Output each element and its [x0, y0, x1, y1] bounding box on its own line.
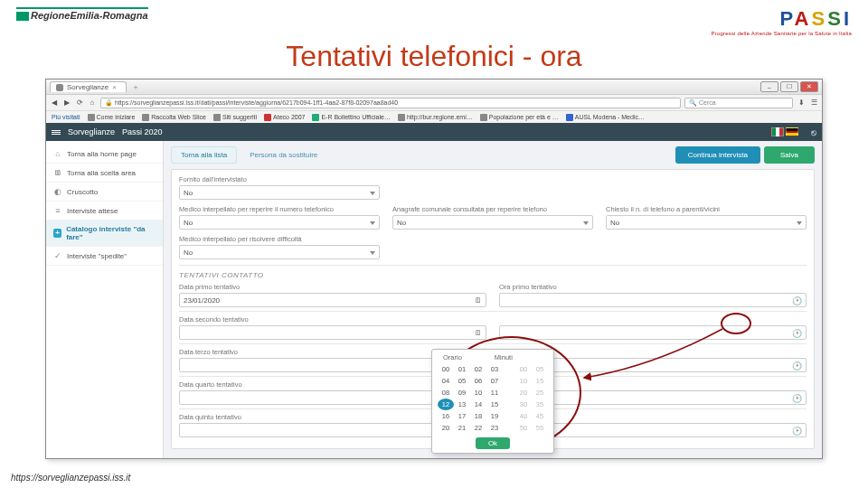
clock-icon[interactable]: 🕑 — [792, 427, 802, 436]
time-picker-minute-cell[interactable]: 25 — [532, 387, 548, 399]
time-picker-hour-cell[interactable]: 19 — [486, 410, 503, 422]
nav-forward-icon[interactable]: ▶ — [62, 99, 71, 108]
nav-back-icon[interactable]: ◀ — [50, 99, 59, 108]
time-picker-hour-cell[interactable]: 09 — [454, 387, 470, 399]
tab-title: Sorveglianze — [67, 83, 108, 91]
hamburger-icon[interactable] — [52, 130, 61, 135]
time-picker-hour-cell[interactable]: 17 — [454, 410, 470, 422]
time-picker-minute-cell[interactable]: 30 — [515, 399, 532, 410]
url-bar[interactable]: 🔒 https://sorveglianzepassi.iss.it/dati/… — [100, 98, 681, 108]
sidebar-item-area[interactable]: 🗎Torna alla scelta area — [46, 164, 163, 183]
continue-interview-button[interactable]: Continua intervista — [675, 146, 760, 164]
anagrafe-select[interactable]: No — [392, 215, 593, 230]
attempt-time-input[interactable]: 🕑 — [499, 293, 807, 307]
slide-title: Tentativi telefonici - ora — [0, 40, 868, 73]
time-picker-minute-cell[interactable]: 10 — [515, 375, 532, 387]
clock-icon[interactable]: 🕑 — [792, 329, 802, 338]
time-picker-hour-cell[interactable]: 16 — [438, 410, 454, 422]
time-picker-hour-cell[interactable]: 11 — [486, 387, 503, 399]
time-picker-minutes-grid: 000510152025303540455055 — [515, 363, 548, 434]
time-picker-hour-cell[interactable]: 07 — [486, 375, 503, 387]
bookmark-item[interactable]: Raccolta Web Slice — [142, 114, 206, 121]
home-icon: ⌂ — [53, 149, 62, 158]
clock-icon[interactable]: 🕑 — [792, 361, 802, 371]
download-icon[interactable]: ⬇ — [797, 99, 806, 108]
sidebar-item-sent[interactable]: ✓Interviste "spedite" — [46, 247, 163, 266]
bookmark-item[interactable]: Come iniziare — [88, 114, 136, 121]
calendar-icon[interactable]: 🗓 — [475, 296, 482, 305]
time-picker-hour-cell[interactable]: 08 — [438, 387, 454, 399]
clock-icon[interactable]: 🕑 — [792, 296, 802, 305]
time-picker-hour-cell[interactable]: 05 — [454, 375, 470, 387]
window-minimize-button[interactable]: – — [760, 81, 778, 92]
nav-home-icon[interactable]: ⌂ — [88, 99, 97, 108]
time-picker-hour-cell[interactable]: 20 — [438, 422, 454, 434]
browser-search-input[interactable]: 🔍Cerca — [684, 98, 793, 108]
clock-icon[interactable]: 🕑 — [792, 394, 802, 403]
time-picker-hour-cell[interactable]: 00 — [438, 363, 454, 375]
calendar-icon[interactable]: 🗓 — [475, 329, 482, 337]
medico-numero-select[interactable]: No — [179, 215, 380, 230]
bookmark-item[interactable]: Ateco 2007 — [264, 114, 305, 121]
time-picker-hour-cell[interactable]: 23 — [486, 422, 503, 434]
time-picker-hour-cell[interactable]: 02 — [470, 363, 486, 375]
time-picker-hour-cell[interactable]: 03 — [486, 363, 503, 375]
sidebar-item-dashboard[interactable]: ◐Cruscotto — [46, 183, 163, 202]
window-close-button[interactable]: ✕ — [800, 81, 818, 92]
sidebar-item-catalog[interactable]: +Catalogo interviste "da fare" — [46, 221, 163, 247]
sidebar-item-expected[interactable]: ≡Interviste attese — [46, 202, 163, 221]
logout-icon[interactable]: ⎋ — [811, 127, 816, 137]
replace-person-button[interactable]: Persona da sostituire — [241, 146, 326, 164]
time-picker-hour-cell[interactable]: 14 — [470, 399, 486, 410]
time-picker-hour-cell[interactable]: 21 — [454, 422, 470, 434]
flag-it-icon[interactable] — [771, 127, 784, 136]
chiesto-parenti-select[interactable]: No — [606, 215, 807, 230]
bookmark-item[interactable]: E-R Bollettino Ufficiale… — [312, 114, 391, 121]
flag-de-icon[interactable] — [786, 127, 798, 136]
tab-add-icon[interactable]: ＋ — [132, 82, 139, 92]
bookmark-item[interactable]: AUSL Modena - Medic… — [566, 114, 645, 121]
time-picker-hour-cell[interactable]: 22 — [470, 422, 486, 434]
field-label: Chiesto il n. di telefono a parenti/vici… — [606, 205, 807, 213]
time-picker-hour-cell[interactable]: 01 — [454, 363, 470, 375]
time-picker-minute-cell[interactable]: 45 — [532, 410, 548, 422]
time-picker-minute-cell[interactable]: 15 — [532, 375, 548, 387]
time-picker-hour-cell[interactable]: 12 — [438, 399, 454, 410]
library-icon[interactable]: ☰ — [809, 99, 818, 108]
time-picker-minute-cell[interactable]: 05 — [532, 363, 548, 375]
time-picker-minute-cell[interactable]: 40 — [515, 410, 532, 422]
time-picker-hour-cell[interactable]: 15 — [486, 399, 503, 410]
nav-reload-icon[interactable]: ⟳ — [75, 99, 84, 108]
time-picker-minute-cell[interactable]: 35 — [532, 399, 548, 410]
time-picker-minute-cell[interactable]: 50 — [515, 422, 532, 434]
window-maximize-button[interactable]: ☐ — [780, 81, 798, 92]
time-picker-hour-cell[interactable]: 04 — [438, 375, 454, 387]
browser-tab[interactable]: Sorveglianze × — [50, 81, 127, 92]
time-picker-hour-cell[interactable]: 10 — [470, 387, 486, 399]
attempt-date-input[interactable]: 23/01/2020🗓 — [179, 293, 486, 307]
time-picker-hour-cell[interactable]: 18 — [470, 410, 486, 422]
attempt-date-label: Data secondo tentativo — [179, 315, 486, 324]
time-picker-hour-cell[interactable]: 13 — [454, 399, 470, 410]
time-picker-minute-cell[interactable]: 55 — [532, 422, 548, 434]
field-label: Fornito dall'intervistato — [179, 175, 380, 183]
sidebar-item-home[interactable]: ⌂Torna alla home page — [46, 145, 163, 164]
medico-diff-select[interactable]: No — [179, 245, 380, 259]
bookmark-item[interactable]: http://bur.regione.emi… — [398, 114, 473, 121]
bookmark-item[interactable]: Siti suggeriti — [213, 114, 257, 121]
attempt-time-input[interactable]: 🕑 — [499, 325, 807, 340]
fornito-select[interactable]: No — [179, 185, 380, 200]
file-icon: 🗎 — [53, 168, 62, 177]
attempt-time-label: Ora primo tentativo — [499, 283, 807, 291]
save-button[interactable]: Salva — [764, 146, 815, 164]
attempt-date-input[interactable]: 🗓 — [179, 325, 486, 340]
time-picker-minute-cell[interactable]: 00 — [515, 363, 532, 375]
time-picker-hour-cell[interactable]: 06 — [470, 375, 486, 387]
time-picker-ok-button[interactable]: Ok — [476, 437, 510, 449]
bookmark-item[interactable]: Popolazione per età e … — [480, 114, 559, 121]
field-label: Medico interpellato per risolvere diffic… — [179, 235, 380, 243]
time-picker-minute-cell[interactable]: 20 — [515, 387, 532, 399]
most-visited-label[interactable]: Più visitati — [52, 114, 80, 120]
back-to-list-button[interactable]: Torna alla lista — [171, 146, 237, 164]
tab-close-icon[interactable]: × — [112, 83, 117, 91]
